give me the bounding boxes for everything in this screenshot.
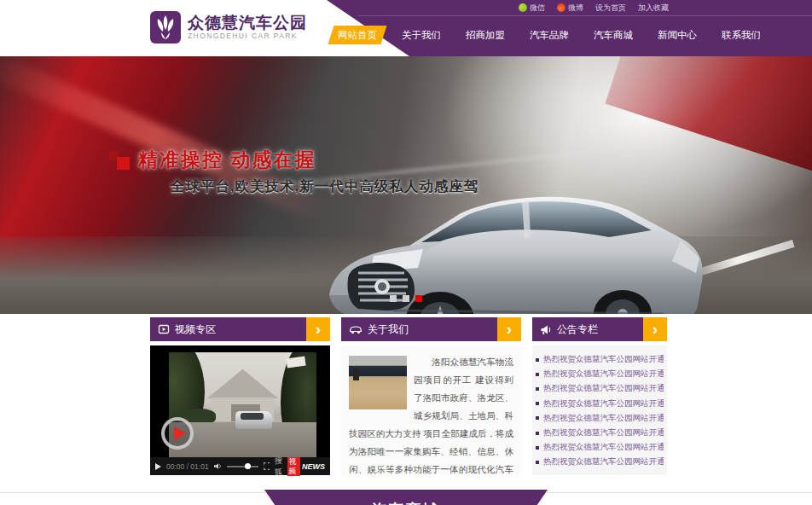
about-body: 洛阳众德慧汽车物流园项目的开工 建设得到了洛阳市政府、洛龙区、城乡规划局、土地局… [341, 345, 521, 475]
video-section-title: 视频专区 [175, 322, 216, 337]
nav-item[interactable]: 汽车品牌 [523, 26, 576, 44]
bottom-section-banner: 汽车商城 [264, 490, 548, 505]
bottom-section-title: 汽车商城 [264, 500, 548, 505]
banner-dot[interactable] [415, 295, 422, 302]
video-player[interactable]: 00:00 / 01:01 搜狐 视频 NEWS [150, 345, 330, 475]
main-nav: 网站首页 关于我们 招商加盟 汽车品牌 汽车商城 [331, 24, 812, 46]
volume-slider[interactable] [227, 466, 258, 467]
nav-item[interactable]: 招商加盟 [459, 26, 512, 44]
video-controls: 00:00 / 01:01 搜狐 视频 NEWS [150, 457, 330, 475]
video-icon [158, 323, 170, 335]
notice-item[interactable]: 热烈祝贺众德慧汽车公园网站开通了！ [536, 367, 664, 381]
main-content: 视频专区 › 00:00 / 01:01 [150, 317, 667, 475]
wechat-icon [519, 3, 527, 12]
notice-item[interactable]: 热烈祝贺众德慧汽车公园网站开通了！ [536, 411, 664, 426]
about-section-title: 关于我们 [368, 322, 409, 337]
banner-dot[interactable] [390, 295, 397, 302]
nav-item[interactable]: 网站首页 [331, 26, 384, 44]
notice-column: 公告专栏 › 热烈祝贺众德慧汽车公园网站开通了！ 热烈祝贺众德慧汽车公园网站开通 [532, 317, 667, 475]
megaphone-icon [540, 324, 552, 335]
bullet-icon [536, 358, 539, 362]
notice-body: 热烈祝贺众德慧汽车公园网站开通了！ 热烈祝贺众德慧汽车公园网站开通了！ 热烈祝贺… [532, 345, 667, 475]
bullet-icon [536, 373, 539, 376]
about-photo[interactable] [349, 356, 407, 409]
site-header: 微信 微博 设为首页 加入收藏 网站首页 关于我们 [0, 0, 812, 56]
video-column: 视频专区 › 00:00 / 01:01 [150, 317, 330, 475]
notice-item[interactable]: 热烈祝贺众德慧汽车公园网站开通了！ [536, 352, 664, 367]
fullscreen-icon[interactable] [264, 462, 270, 470]
nav-item[interactable]: 联系我们 [715, 26, 768, 44]
notice-item[interactable]: 热烈祝贺众德慧汽车公园网站开通了！ [536, 440, 664, 455]
wechat-label: 微信 [530, 3, 545, 14]
notice-section-title: 公告专栏 [557, 322, 598, 337]
about-more-button[interactable]: › [497, 317, 521, 341]
nav-item[interactable]: 关于我们 [395, 26, 448, 44]
banner-subheadline: 全球平台,欧美技术,新一代中高级私人动感座驾 [171, 177, 478, 196]
video-time: 00:00 / 01:01 [166, 462, 209, 471]
nav-item[interactable]: 新闻中心 [651, 26, 704, 44]
bullet-icon [536, 402, 539, 405]
play-overlay-button[interactable] [161, 417, 194, 450]
weibo-icon [557, 3, 566, 12]
wechat-link[interactable]: 微信 [519, 3, 545, 14]
site-title: 众德慧汽车公园 [188, 14, 307, 32]
video-section-header: 视频专区 › [150, 317, 330, 341]
weibo-label: 微博 [568, 3, 583, 14]
logo-flower-icon [150, 11, 181, 44]
set-homepage-link[interactable]: 设为首页 [595, 3, 626, 14]
notice-item[interactable]: 热烈祝贺众德慧汽车公园网站开通了！ [536, 381, 664, 396]
about-column: 关于我们 › 洛阳众德慧汽车物流园项目的开工 建设得到了洛阳市政府、洛龙区、城乡… [341, 317, 521, 475]
page: 微信 微博 设为首页 加入收藏 网站首页 关于我们 [0, 0, 812, 505]
nav-item[interactable]: 汽车商城 [587, 26, 640, 44]
bullet-icon [536, 446, 539, 450]
logo[interactable]: 众德慧汽车公园 ZHONGDEHUI CAR PARK [150, 11, 307, 44]
notice-item[interactable]: 热烈祝贺众德慧汽车公园网站开通了！ [536, 455, 664, 469]
bullet-icon [536, 387, 539, 391]
bullet-icon [536, 461, 539, 464]
bullet-icon [536, 432, 539, 435]
notice-more-button[interactable]: › [643, 317, 667, 341]
notice-list: 热烈祝贺众德慧汽车公园网站开通了！ 热烈祝贺众德慧汽车公园网站开通了！ 热烈祝贺… [536, 352, 664, 470]
banner-dot[interactable] [403, 295, 409, 302]
add-favorite-link[interactable]: 加入收藏 [638, 3, 669, 14]
site-subtitle: ZHONGDEHUI CAR PARK [188, 32, 307, 41]
about-section-header: 关于我们 › [341, 317, 521, 341]
sohu-brand: 搜狐 视频 NEWS [275, 456, 325, 478]
notice-section-header: 公告专栏 › [532, 317, 667, 341]
video-more-button[interactable]: › [306, 317, 330, 341]
notice-item[interactable]: 热烈祝贺众德慧汽车公园网站开通了！ [536, 397, 664, 411]
banner-headline: 精准操控 动感在握 [138, 147, 316, 173]
banner-pagination [0, 295, 812, 302]
car-icon [349, 324, 362, 334]
play-icon[interactable] [155, 463, 161, 470]
banner-text: 精准操控 动感在握 全球平台,欧美技术,新一代中高级私人动感座驾 [109, 147, 478, 196]
bullet-icon [536, 416, 539, 420]
notice-item[interactable]: 热烈祝贺众德慧汽车公园网站开通了！ [536, 426, 664, 440]
hero-banner: 精准操控 动感在握 全球平台,欧美技术,新一代中高级私人动感座驾 [0, 56, 812, 314]
weibo-link[interactable]: 微博 [557, 3, 583, 14]
volume-icon[interactable] [214, 462, 222, 470]
red-squares-icon [109, 148, 133, 172]
topbar: 微信 微博 设为首页 加入收藏 [358, 0, 812, 16]
